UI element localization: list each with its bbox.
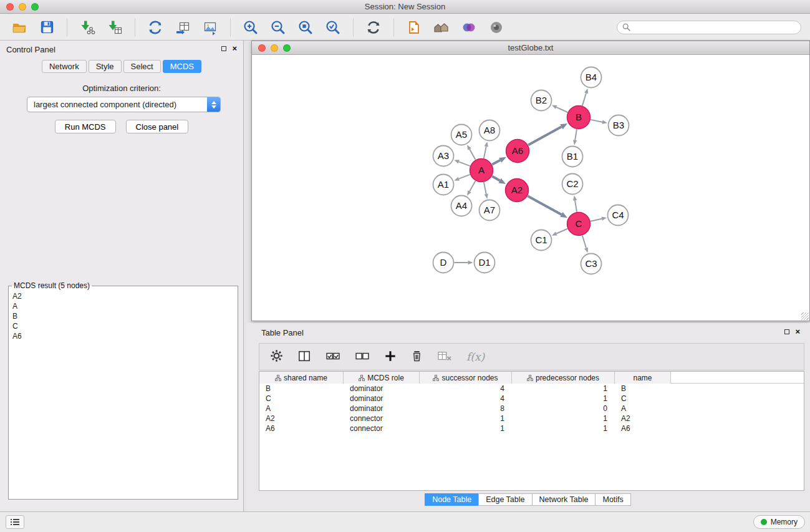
tab-node-table[interactable]: Node Table [425, 493, 479, 506]
column-header-successor-nodes[interactable]: successor nodes [420, 372, 512, 384]
refresh-layout-button[interactable] [363, 17, 384, 38]
graph-edge[interactable] [591, 120, 602, 122]
mcds-result-item[interactable]: B [9, 311, 238, 321]
diffusion-button[interactable] [458, 17, 480, 38]
table-cell[interactable]: C [259, 394, 344, 404]
mcds-result-item[interactable]: A2 [9, 291, 238, 301]
graph-edge[interactable] [582, 236, 586, 248]
table-cell[interactable]: 0 [512, 404, 615, 414]
hide-button[interactable] [486, 17, 507, 38]
graph-edge[interactable] [582, 93, 586, 105]
graph-edge[interactable] [484, 147, 486, 158]
table-cell[interactable]: A [259, 404, 344, 414]
dropdown-stepper[interactable] [207, 97, 220, 112]
tab-network-table[interactable]: Network Table [532, 493, 596, 506]
run-mcds-button[interactable]: Run MCDS [55, 120, 116, 133]
column-header-shared-name[interactable]: shared name [259, 372, 344, 384]
search-box[interactable] [617, 21, 801, 34]
table-cell[interactable]: connector [344, 414, 420, 423]
graph-edge[interactable] [575, 200, 577, 212]
graph-edge[interactable] [459, 162, 470, 166]
table-cell[interactable]: A [615, 404, 671, 414]
graph-edge[interactable] [591, 219, 602, 221]
zoom-in-button[interactable] [240, 17, 261, 38]
graph-edge[interactable] [470, 149, 475, 160]
save-session-button[interactable] [36, 17, 57, 38]
table-cell[interactable]: A6 [259, 423, 344, 433]
delete-table-button[interactable] [437, 350, 452, 364]
show-column-button[interactable] [297, 350, 311, 364]
zoom-out-button[interactable] [268, 17, 289, 38]
table-row[interactable]: A6connector11A6 [259, 423, 804, 433]
close-panel-icon[interactable]: × [232, 46, 237, 52]
tab-mcds[interactable]: MCDS [163, 60, 201, 73]
graph-edge[interactable] [528, 196, 561, 215]
table-cell[interactable]: 1 [420, 414, 512, 423]
graph-edge[interactable] [492, 177, 500, 181]
table-cell[interactable]: dominator [344, 394, 420, 404]
table-cell[interactable]: 1 [512, 414, 615, 423]
export-table-button[interactable] [172, 17, 193, 38]
table-cell[interactable]: A6 [615, 423, 671, 433]
search-input[interactable] [634, 23, 796, 32]
float-panel-icon[interactable] [221, 46, 226, 51]
graph-edge[interactable] [470, 181, 475, 191]
float-table-panel-icon[interactable] [784, 329, 789, 334]
table-row[interactable]: Adominator80A [259, 404, 804, 414]
memory-button[interactable]: Memory [753, 515, 805, 529]
resize-grip[interactable] [801, 312, 809, 320]
column-header-predecessor-nodes[interactable]: predecessor nodes [512, 372, 615, 384]
export-image-button[interactable] [200, 17, 221, 38]
mcds-result-item[interactable]: C [9, 321, 238, 331]
table-cell[interactable]: 8 [420, 404, 512, 414]
tab-style[interactable]: Style [89, 60, 122, 73]
task-history-button[interactable] [6, 515, 24, 529]
table-cell[interactable]: 4 [420, 384, 512, 394]
import-table-button[interactable] [104, 17, 125, 38]
open-session-button[interactable] [9, 17, 30, 38]
deselect-all-button[interactable] [355, 351, 370, 364]
table-cell[interactable]: 4 [420, 394, 512, 404]
network-graph[interactable]: B4B2BB3A5A8A6A3B1AA1C2A2A4A7C4CC1C3DD1 [252, 56, 809, 321]
graph-edge[interactable] [484, 182, 486, 194]
tab-network[interactable]: Network [42, 60, 87, 73]
table-cell[interactable]: 1 [512, 423, 615, 433]
graph-edge[interactable] [528, 127, 561, 145]
close-panel-button[interactable]: Close panel [126, 120, 189, 133]
mcds-result-item[interactable]: A6 [9, 331, 238, 341]
column-header-name[interactable]: name [615, 372, 671, 384]
network-canvas[interactable]: B4B2BB3A5A8A6A3B1AA1C2A2A4A7C4CC1C3DD1 [252, 56, 809, 321]
table-cell[interactable]: A2 [615, 414, 671, 423]
zoom-fit-button[interactable] [295, 17, 316, 38]
table-cell[interactable]: 1 [512, 384, 615, 394]
table-cell[interactable]: dominator [344, 404, 420, 414]
table-row[interactable]: Cdominator41C [259, 394, 804, 404]
table-cell[interactable]: B [615, 384, 671, 394]
tab-select[interactable]: Select [123, 60, 161, 73]
table-cell[interactable]: 1 [420, 423, 512, 433]
mcds-result-item[interactable]: A [9, 301, 238, 311]
first-neighbors-button[interactable] [431, 17, 452, 38]
copy-style-button[interactable] [403, 17, 425, 38]
clone-network-button[interactable] [145, 17, 166, 38]
delete-column-button[interactable] [411, 349, 423, 364]
table-cell[interactable]: dominator [344, 384, 420, 394]
table-cell[interactable]: B [259, 384, 344, 394]
select-all-button[interactable] [325, 351, 340, 364]
function-builder-button[interactable]: f(x) [466, 351, 485, 363]
tab-edge-table[interactable]: Edge Table [478, 493, 532, 506]
import-network-button[interactable] [77, 17, 98, 38]
graph-edge[interactable] [459, 175, 470, 179]
table-row[interactable]: A2connector11A2 [259, 414, 804, 423]
table-cell[interactable]: C [615, 394, 671, 404]
graph-edge[interactable] [556, 107, 567, 112]
table-cell[interactable]: 1 [512, 394, 615, 404]
column-header-mcds-role[interactable]: MCDS role [344, 372, 420, 384]
graph-edge[interactable] [575, 129, 577, 140]
graph-edge[interactable] [556, 229, 567, 234]
zoom-selected-button[interactable] [322, 17, 344, 38]
table-cell[interactable]: connector [344, 423, 420, 433]
tab-motifs[interactable]: Motifs [595, 493, 630, 506]
add-column-button[interactable] [384, 350, 397, 364]
table-cell[interactable]: A2 [259, 414, 344, 423]
